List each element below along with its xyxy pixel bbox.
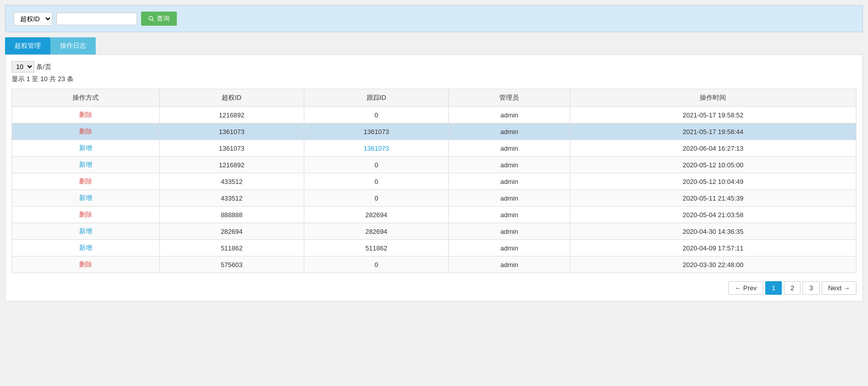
record-info: 显示 1 至 10 共 23 条 <box>12 75 856 84</box>
time-cell: 2020-06-04 16:27:13 <box>570 140 856 157</box>
table-header-row: 操作方式 超权ID 跟踪ID 管理员 操作时间 <box>12 89 856 107</box>
admin-cell: admin <box>449 123 570 140</box>
svg-line-1 <box>152 20 154 21</box>
search-bar: 超权ID 跟踪ID 查询 <box>5 5 863 32</box>
add-action[interactable]: 新增 <box>79 161 92 168</box>
time-cell: 2020-04-30 14:36:35 <box>570 223 856 240</box>
admin-cell: admin <box>449 240 570 256</box>
action-cell[interactable]: 删除 <box>12 256 160 273</box>
track-id-cell[interactable]: 1361073 <box>304 140 448 157</box>
admin-cell: admin <box>449 207 570 223</box>
table-row: 新增511862511862admin2020-04-09 17:57:11 <box>12 240 856 256</box>
delete-action[interactable]: 删除 <box>79 127 92 135</box>
table-row: 删除13610731361073admin2021-05-17 19:58:44 <box>12 123 856 140</box>
table-row: 删除4335120admin2020-05-12 10:04:49 <box>12 173 856 190</box>
time-cell: 2021-05-17 19:58:44 <box>570 123 856 140</box>
time-cell: 2020-05-12 10:04:49 <box>570 173 856 190</box>
track-id-cell: 0 <box>304 107 448 123</box>
add-action[interactable]: 新增 <box>79 227 92 235</box>
table-row: 删除888888282694admin2020-05-04 21:03:58 <box>12 207 856 223</box>
track-id-cell: 0 <box>304 173 448 190</box>
search-icon <box>148 16 155 22</box>
col-track-id: 跟踪ID <box>304 89 448 107</box>
super-id-cell: 1216892 <box>159 157 304 173</box>
svg-point-0 <box>149 16 153 20</box>
table-row: 删除12168920admin2021-05-17 19:58:52 <box>12 107 856 123</box>
time-cell: 2020-04-09 17:57:11 <box>570 240 856 256</box>
data-table: 操作方式 超权ID 跟踪ID 管理员 操作时间 删除12168920admin2… <box>12 89 856 273</box>
super-id-cell: 433512 <box>159 190 304 207</box>
table-row: 新增13610731361073admin2020-06-04 16:27:13 <box>12 140 856 157</box>
track-id-cell: 1361073 <box>304 123 448 140</box>
delete-action[interactable]: 删除 <box>79 211 92 218</box>
delete-action[interactable]: 删除 <box>79 261 92 268</box>
super-id-cell: 888888 <box>159 207 304 223</box>
add-action[interactable]: 新增 <box>79 194 92 202</box>
col-admin: 管理员 <box>449 89 570 107</box>
page-size-row: 10 20 50 条/页 <box>12 61 856 73</box>
admin-cell: admin <box>449 157 570 173</box>
track-id-cell: 0 <box>304 256 448 273</box>
pagination: ← Prev 1 2 3 Next → <box>12 281 856 295</box>
admin-cell: admin <box>449 107 570 123</box>
time-cell: 2020-05-04 21:03:58 <box>570 207 856 223</box>
track-id-cell: 0 <box>304 190 448 207</box>
action-cell[interactable]: 新增 <box>12 240 160 256</box>
action-cell[interactable]: 删除 <box>12 207 160 223</box>
col-time: 操作时间 <box>570 89 856 107</box>
next-button[interactable]: Next → <box>822 281 856 295</box>
admin-cell: admin <box>449 190 570 207</box>
page-1-button[interactable]: 1 <box>765 281 782 295</box>
search-button[interactable]: 查询 <box>141 12 177 26</box>
tab-bar: 超权管理 操作日志 <box>5 37 863 54</box>
table-row: 删除5756030admin2020-03-30 22:48:00 <box>12 256 856 273</box>
action-cell[interactable]: 新增 <box>12 190 160 207</box>
track-id-cell: 282694 <box>304 223 448 240</box>
track-id-link[interactable]: 1361073 <box>364 145 389 152</box>
super-id-cell: 1361073 <box>159 140 304 157</box>
search-dropdown[interactable]: 超权ID 跟踪ID <box>14 12 52 26</box>
col-action: 操作方式 <box>12 89 160 107</box>
track-id-cell: 282694 <box>304 207 448 223</box>
add-action[interactable]: 新增 <box>79 244 92 251</box>
page-2-button[interactable]: 2 <box>784 281 800 295</box>
action-cell[interactable]: 新增 <box>12 223 160 240</box>
track-id-cell: 0 <box>304 157 448 173</box>
time-cell: 2021-05-17 19:58:52 <box>570 107 856 123</box>
action-cell[interactable]: 删除 <box>12 173 160 190</box>
page-3-button[interactable]: 3 <box>803 281 819 295</box>
admin-cell: admin <box>449 140 570 157</box>
search-input[interactable] <box>56 13 137 25</box>
super-id-cell: 1216892 <box>159 107 304 123</box>
delete-action[interactable]: 删除 <box>79 111 92 118</box>
search-button-label: 查询 <box>157 14 170 23</box>
page-size-select[interactable]: 10 20 50 <box>12 61 34 73</box>
time-cell: 2020-03-30 22:48:00 <box>570 256 856 273</box>
prev-button[interactable]: ← Prev <box>728 281 763 295</box>
add-action[interactable]: 新增 <box>79 144 92 152</box>
super-id-cell: 433512 <box>159 173 304 190</box>
table-row: 新增282694282694admin2020-04-30 14:36:35 <box>12 223 856 240</box>
super-id-cell: 575603 <box>159 256 304 273</box>
super-id-cell: 282694 <box>159 223 304 240</box>
admin-cell: admin <box>449 173 570 190</box>
action-cell[interactable]: 删除 <box>12 107 160 123</box>
tab-manage[interactable]: 超权管理 <box>5 37 50 54</box>
action-cell[interactable]: 新增 <box>12 140 160 157</box>
delete-action[interactable]: 删除 <box>79 177 92 185</box>
table-row: 新增12168920admin2020-05-12 10:05:00 <box>12 157 856 173</box>
main-content: 10 20 50 条/页 显示 1 至 10 共 23 条 操作方式 超权ID … <box>5 54 863 301</box>
time-cell: 2020-05-11 21:45:39 <box>570 190 856 207</box>
track-id-cell: 511862 <box>304 240 448 256</box>
super-id-cell: 511862 <box>159 240 304 256</box>
admin-cell: admin <box>449 256 570 273</box>
action-cell[interactable]: 删除 <box>12 123 160 140</box>
super-id-cell: 1361073 <box>159 123 304 140</box>
tab-log[interactable]: 操作日志 <box>50 37 96 54</box>
time-cell: 2020-05-12 10:05:00 <box>570 157 856 173</box>
col-super-id: 超权ID <box>159 89 304 107</box>
page-size-label: 条/页 <box>36 62 51 72</box>
table-row: 新增4335120admin2020-05-11 21:45:39 <box>12 190 856 207</box>
action-cell[interactable]: 新增 <box>12 157 160 173</box>
admin-cell: admin <box>449 223 570 240</box>
